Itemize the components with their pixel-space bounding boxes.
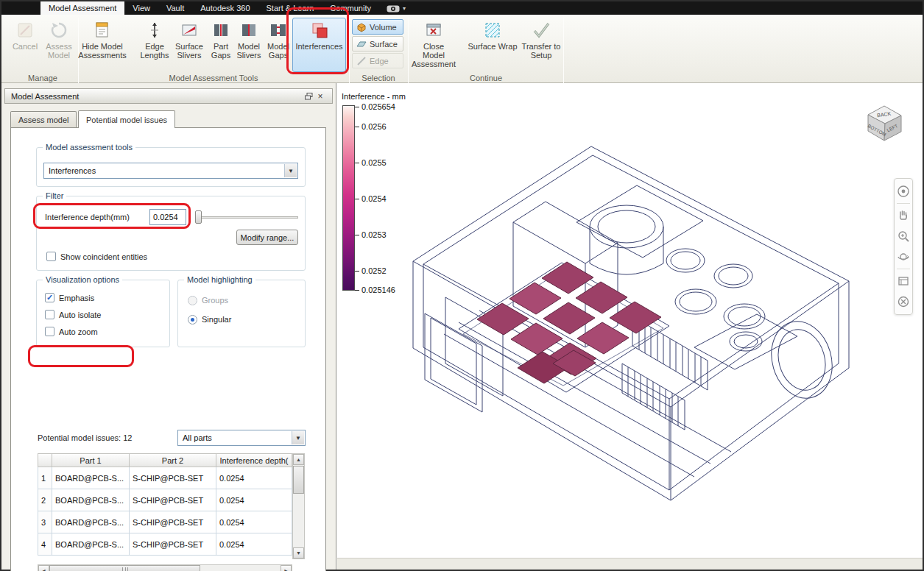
tab-assess-model[interactable]: Assess model [10, 111, 77, 127]
surface-wrap-button[interactable]: Surface Wrap [465, 18, 520, 72]
scroll-right-arrow[interactable]: ► [281, 565, 292, 571]
col-header-num[interactable] [38, 453, 52, 467]
show-coincident-checkbox[interactable] [46, 252, 56, 261]
selection-edge-button: Edge [352, 53, 403, 68]
surface-wrap-label: Surface Wrap [468, 42, 517, 51]
close-model-assessment-button[interactable]: Close Model Assessment [411, 18, 456, 72]
menu-start-learn[interactable]: Start & Learn [258, 1, 322, 15]
table-row[interactable]: 3 BOARD@PCB-S... S-CHIP@PCB-SET 0.0254 [38, 511, 292, 533]
part-gaps-button[interactable]: Part Gaps [208, 18, 234, 72]
assess-model-icon [49, 21, 68, 40]
singular-radio[interactable] [188, 315, 197, 324]
auto-zoom-checkbox[interactable] [45, 327, 54, 336]
transfer-to-setup-label: Transfer to Setup [521, 42, 561, 60]
emphasis-label: Emphasis [59, 294, 94, 302]
scroll-up-arrow[interactable]: ▲ [293, 454, 304, 465]
cell-part1: BOARD@PCB-S... [52, 467, 130, 489]
menubar: Model Assessment View Vault Autodesk 360… [1, 1, 923, 15]
vscroll-thumb[interactable] [293, 466, 304, 494]
selection-surface-button[interactable]: Surface [352, 36, 403, 52]
surface-icon [356, 39, 367, 49]
model-gaps-label: Model Gaps [265, 42, 292, 60]
view-list-icon[interactable] [895, 271, 911, 291]
edge-lengths-label: Edge Lengths [139, 42, 170, 60]
panel-title: Model Assessment [11, 92, 79, 101]
capture-menu-button[interactable]: ▾ [379, 1, 413, 15]
table-horizontal-scrollbar[interactable]: ◄ ► [38, 564, 292, 571]
surface-label: Surface [370, 40, 398, 49]
cancel-icon [15, 21, 35, 40]
auto-isolate-checkbox[interactable] [45, 310, 54, 319]
model-gaps-button[interactable]: Model Gaps [264, 18, 292, 72]
interference-depth-label: Interference depth(mm) [45, 213, 130, 221]
table-vertical-scrollbar[interactable]: ▲ ▼ [292, 453, 305, 559]
float-panel-icon[interactable] [303, 91, 314, 102]
model-wireframe-canvas[interactable] [337, 83, 924, 571]
col-header-part2[interactable]: Part 2 [130, 453, 216, 467]
menu-vault[interactable]: Vault [158, 1, 192, 15]
group-model-highlighting: Model highlighting [177, 280, 306, 347]
cell-part2: S-CHIP@PCB-SET [130, 489, 216, 511]
model-slivers-icon [239, 21, 258, 40]
hscroll-thumb[interactable] [49, 565, 200, 571]
navigation-wheel-icon[interactable] [895, 181, 911, 202]
panel-content: Model assessment tools Interferences ▼ F… [10, 127, 326, 571]
menu-view[interactable]: View [124, 1, 158, 15]
scroll-grip [122, 567, 128, 571]
table-row[interactable]: 1 BOARD@PCB-S... S-CHIP@PCB-SET 0.0254 [38, 467, 292, 489]
chevron-down-icon: ▼ [284, 164, 297, 177]
col-header-depth[interactable]: Interference depth( [216, 453, 292, 467]
panel-header[interactable]: Model Assessment × [4, 88, 333, 104]
assessment-tool-dropdown[interactable]: Interferences ▼ [43, 163, 298, 179]
row-num: 1 [38, 467, 52, 489]
selection-volume-button[interactable]: Volume [352, 19, 403, 35]
app-window: Model Assessment View Vault Autodesk 360… [0, 0, 924, 571]
disable-icon[interactable] [895, 291, 911, 312]
group-visualization-options: Visualization options [36, 280, 170, 347]
menu-model-assessment[interactable]: Model Assessment [40, 1, 124, 15]
scroll-down-arrow[interactable]: ▼ [293, 547, 304, 558]
model-slivers-button[interactable]: Model Slivers [234, 18, 264, 72]
group-label-selection: Selection [350, 74, 406, 83]
tab-potential-model-issues[interactable]: Potential model issues [78, 110, 175, 128]
interference-depth-input[interactable] [149, 209, 186, 225]
table-row[interactable]: 2 BOARD@PCB-S... S-CHIP@PCB-SET 0.0254 [38, 489, 292, 511]
close-panel-icon[interactable]: × [314, 91, 326, 102]
edge-lengths-button[interactable]: Edge Lengths [138, 18, 171, 72]
part-gaps-label: Part Gaps [208, 42, 233, 60]
edge-label: Edge [370, 57, 389, 65]
orbit-icon[interactable] [895, 247, 911, 267]
col-header-part1[interactable]: Part 1 [52, 453, 130, 467]
table-row[interactable]: 4 BOARD@PCB-S... S-CHIP@PCB-SET 0.0254 [38, 533, 292, 556]
cell-part1: BOARD@PCB-S... [52, 511, 130, 533]
assess-model-label: Assess Model [43, 42, 75, 60]
ribbon-separator [408, 18, 409, 91]
pan-hand-icon[interactable] [895, 205, 911, 226]
group-legend: Visualization options [43, 275, 122, 284]
surface-slivers-button[interactable]: Surface Slivers [172, 18, 207, 72]
modify-range-button[interactable]: Modify range... [236, 230, 298, 245]
groups-radio [188, 296, 197, 305]
viewport-bottom-strip [337, 558, 923, 570]
viewport-3d[interactable]: Interference - mm 0.025654 0.0256 0.0255… [337, 83, 923, 570]
menu-autodesk-360[interactable]: Autodesk 360 [192, 1, 258, 15]
navigation-toolbar [894, 178, 913, 315]
camera-icon [387, 4, 400, 13]
interferences-button[interactable]: Interferences [292, 18, 346, 72]
depth-slider-thumb[interactable] [195, 210, 202, 224]
depth-slider-track[interactable] [197, 216, 298, 219]
parts-filter-dropdown[interactable]: All parts ▼ [177, 430, 306, 446]
hide-model-assessments-button[interactable]: Hide Model Assessments [81, 18, 124, 72]
model-gaps-icon [269, 21, 288, 40]
interferences-label: Interferences [295, 42, 342, 51]
transfer-to-setup-button[interactable]: Transfer to Setup [521, 18, 562, 72]
view-cube[interactable]: BACK BOTTOM LEFT [862, 101, 906, 145]
group-legend: Model assessment tools [43, 143, 135, 152]
ribbon-separator [349, 18, 350, 91]
menu-community[interactable]: Community [322, 1, 379, 15]
zoom-icon[interactable] [895, 226, 911, 247]
scroll-left-arrow[interactable]: ◄ [38, 565, 49, 571]
edge-lengths-icon [145, 21, 164, 40]
cell-part1: BOARD@PCB-S... [52, 533, 130, 556]
emphasis-checkbox[interactable]: ✓ [45, 293, 54, 302]
